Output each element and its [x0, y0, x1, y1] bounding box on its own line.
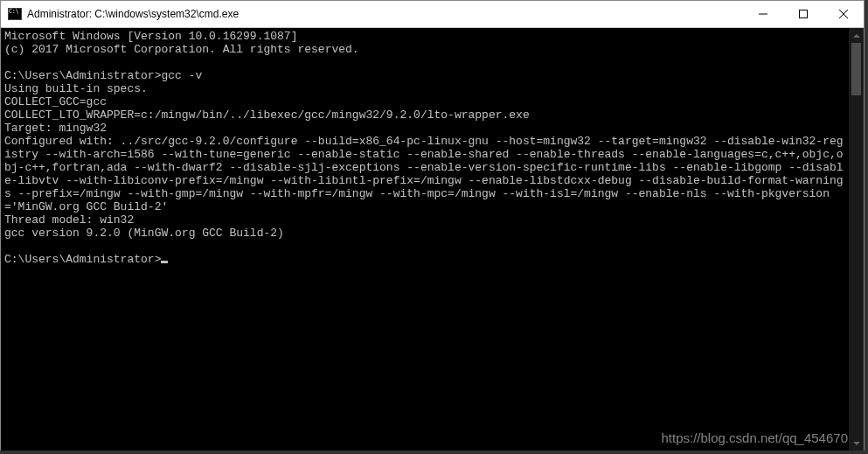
terminal-line: Configured with: ../src/gcc-9.2.0/config… [4, 135, 849, 213]
terminal-line: C:\Users\Administrator>gcc -v [4, 69, 849, 82]
terminal-output[interactable]: Microsoft Windows [Version 10.0.16299.10… [1, 28, 849, 451]
cmd-icon [8, 8, 22, 20]
cmd-window: Administrator: C:\windows\system32\cmd.e… [0, 0, 865, 451]
maximize-button[interactable] [783, 1, 823, 27]
terminal-line: Using built-in specs. [4, 82, 849, 95]
cursor [161, 261, 168, 263]
svg-rect-1 [800, 10, 808, 18]
scroll-down-button[interactable] [849, 436, 864, 451]
terminal-line: gcc version 9.2.0 (MinGW.org GCC Build-2… [4, 227, 849, 240]
maximize-icon [799, 10, 808, 18]
close-button[interactable] [823, 1, 864, 27]
minimize-icon [759, 10, 767, 18]
title-bar[interactable]: Administrator: C:\windows\system32\cmd.e… [1, 1, 864, 28]
terminal-line: COLLECT_LTO_WRAPPER=c:/mingw/bin/../libe… [4, 108, 849, 122]
scroll-up-button[interactable] [849, 28, 864, 43]
terminal-prompt[interactable]: C:\Users\Administrator> [4, 253, 849, 266]
terminal-line: Microsoft Windows [Version 10.0.16299.10… [4, 30, 849, 43]
terminal-line: (c) 2017 Microsoft Corporation. All righ… [4, 43, 849, 56]
window-title: Administrator: C:\windows\system32\cmd.e… [27, 8, 239, 20]
scroll-thumb[interactable] [851, 43, 861, 95]
terminal-line [4, 240, 849, 253]
prompt-text: C:\Users\Administrator> [4, 253, 161, 266]
minimize-button[interactable] [743, 1, 783, 27]
terminal-line [4, 56, 849, 69]
terminal-line: Thread model: win32 [4, 213, 849, 227]
scrollbar[interactable] [849, 28, 864, 451]
terminal-line: Target: mingw32 [4, 122, 849, 135]
close-icon [839, 10, 848, 18]
window-controls [743, 1, 864, 27]
client-area: Microsoft Windows [Version 10.0.16299.10… [1, 28, 864, 451]
terminal-line: COLLECT_GCC=gcc [4, 95, 849, 108]
